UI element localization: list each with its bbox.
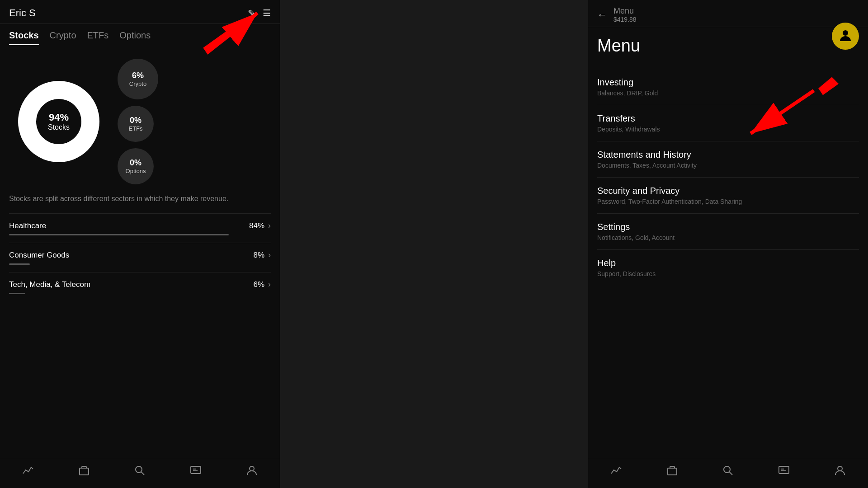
sector-healthcare-name: Healthcare [9,221,46,230]
svg-rect-19 [779,466,789,474]
svg-point-6 [136,466,142,473]
sector-list: Healthcare 84% › Consumer Goods 8% [0,213,280,301]
chevron-icon-3: › [268,280,271,289]
avatar-icon [838,28,853,45]
top-bar-price: $419.88 [613,16,637,23]
statements-sub: Documents, Taxes, Account Activity [597,162,859,169]
bottom-nav-left [0,458,280,488]
help-title: Help [597,258,859,268]
tech-bar [9,293,25,294]
sector-healthcare-right: 84% › [249,221,271,230]
right-panel: ← Menu $419.88 Menu Investing Balances, … [588,0,868,488]
nav-search-icon[interactable] [134,465,146,479]
nav-portfolio-icon[interactable] [78,465,90,479]
sector-tech[interactable]: Tech, Media, & Telecom 6% › [9,272,271,301]
stocks-description: Stocks are split across different sector… [0,193,280,213]
healthcare-bar [9,234,229,235]
donut-center: 94% Stocks [48,112,70,131]
right-nav-chart-icon[interactable] [610,465,622,479]
svg-rect-16 [668,468,677,475]
svg-rect-8 [191,466,201,474]
svg-point-22 [838,466,842,471]
legend-bubbles: 6% Crypto 0% ETFs 0% Options [118,59,158,184]
menu-item-transfers[interactable]: Transfers Deposits, Withdrawals [597,105,859,141]
right-nav-search-icon[interactable] [722,465,734,479]
right-nav-portfolio-icon[interactable] [666,465,678,479]
left-panel: Eric S ✎ ☰ Stocks Crypto ETFs Options [0,0,280,488]
sector-healthcare-pct: 84% [249,221,264,230]
tab-etfs[interactable]: ETFs [87,30,109,45]
security-title: Security and Privacy [597,186,859,196]
investing-sub: Balances, DRIP, Gold [597,89,859,97]
sector-consumer-right: 8% › [253,250,271,260]
right-nav-profile-icon[interactable] [834,465,846,479]
security-sub: Password, Two-Factor Authentication, Dat… [597,198,859,205]
sector-tech-name: Tech, Media, & Telecom [9,280,90,289]
bubble-crypto: 6% Crypto [118,59,158,99]
chart-area: 94% Stocks 6% Crypto 0% ETFs 0% Options [0,45,280,193]
sector-healthcare[interactable]: Healthcare 84% › [9,213,271,243]
menu-item-statements[interactable]: Statements and History Documents, Taxes,… [597,141,859,177]
svg-line-18 [730,472,733,475]
menu-item-security[interactable]: Security and Privacy Password, Two-Facto… [597,177,859,213]
bubble-etf: 0% ETFs [118,106,154,142]
back-button[interactable]: ← [597,9,607,21]
svg-point-11 [250,466,254,471]
consumer-bar [9,263,30,265]
help-sub: Support, Disclosures [597,270,859,277]
bubble-options-pct: 0% [130,158,142,168]
nav-messages-icon[interactable] [190,465,202,479]
transfers-title: Transfers [597,113,859,124]
svg-point-15 [843,30,848,36]
sector-tech-pct: 6% [253,280,264,289]
right-nav-messages-icon[interactable] [778,465,790,479]
nav-profile-icon[interactable] [246,465,258,479]
chevron-icon: › [268,221,271,230]
bottom-nav-right [588,458,868,488]
right-top-info: Menu $419.88 [613,6,637,23]
statements-title: Statements and History [597,150,859,160]
nav-chart-icon[interactable] [22,465,34,479]
menu-item-settings[interactable]: Settings Notifications, Gold, Account [597,213,859,249]
menu-item-investing[interactable]: Investing Balances, DRIP, Gold [597,69,859,105]
tab-stocks[interactable]: Stocks [9,30,39,45]
menu-icon[interactable]: ☰ [263,8,271,19]
donut-label: Stocks [48,123,70,131]
investing-title: Investing [597,77,859,88]
left-header: Eric S ✎ ☰ [0,0,280,24]
bubble-crypto-label: Crypto [129,80,146,87]
bubble-options-label: Options [126,168,146,174]
svg-line-7 [142,472,145,475]
menu-item-help[interactable]: Help Support, Disclosures [597,249,859,286]
user-name: Eric S [9,7,36,19]
settings-sub: Notifications, Gold, Account [597,234,859,241]
sector-consumer-name: Consumer Goods [9,251,69,260]
sector-consumer-goods[interactable]: Consumer Goods 8% › [9,243,271,272]
svg-point-17 [724,466,730,473]
edit-icon[interactable]: ✎ [248,8,255,19]
bubble-etf-pct: 0% [130,116,142,125]
menu-items-list: Investing Balances, DRIP, Gold Transfers… [588,69,868,286]
avatar[interactable] [832,23,859,50]
header-icons: ✎ ☰ [248,8,271,19]
bubble-crypto-pct: 6% [132,71,144,80]
top-bar-menu-label: Menu [613,6,637,16]
tab-crypto[interactable]: Crypto [50,30,76,45]
bubble-options: 0% Options [118,148,154,184]
settings-title: Settings [597,222,859,232]
right-top-bar: ← Menu $419.88 [588,0,868,27]
sector-tech-right: 6% › [253,280,271,289]
donut-pct: 94% [48,112,70,123]
svg-rect-5 [80,468,89,475]
chevron-icon-2: › [268,250,271,260]
tab-options[interactable]: Options [119,30,151,45]
middle-gap [280,0,588,488]
donut-chart: 94% Stocks [9,72,108,171]
transfers-sub: Deposits, Withdrawals [597,126,859,133]
tabs-bar: Stocks Crypto ETFs Options [0,24,280,45]
sector-consumer-pct: 8% [253,251,264,260]
bubble-etf-label: ETFs [128,125,142,132]
menu-page-title: Menu [588,27,868,69]
